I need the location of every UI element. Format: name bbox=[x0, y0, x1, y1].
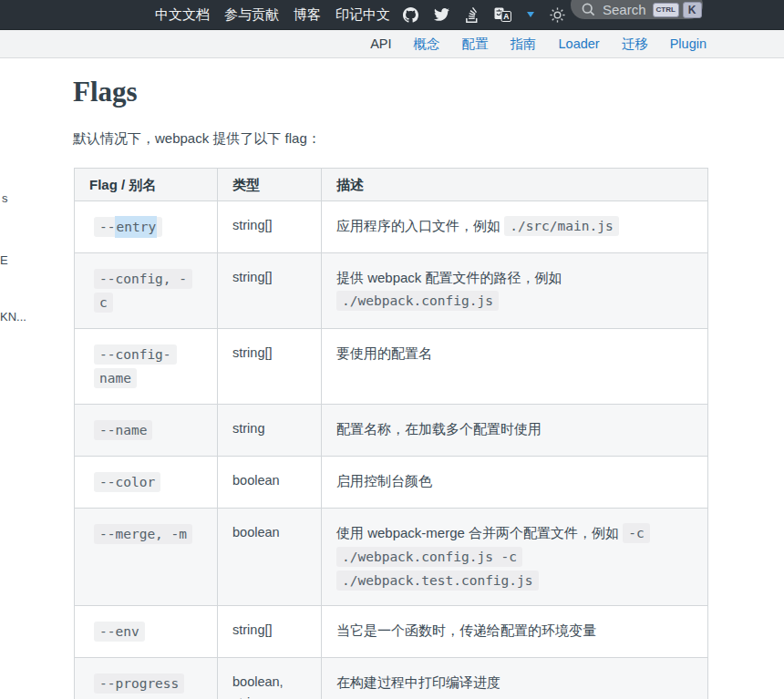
flag-text: --progress bbox=[99, 676, 179, 691]
shortcut-key: CTRL bbox=[653, 3, 679, 17]
shortcut-key: K bbox=[683, 2, 702, 18]
github-icon[interactable] bbox=[403, 7, 418, 23]
flag-code: --entry bbox=[94, 217, 162, 237]
subnav-link-迁移[interactable]: 迁移 bbox=[622, 36, 648, 53]
subnav-link-loader[interactable]: Loader bbox=[559, 36, 600, 51]
inline-code: -c ./webpack.config.js -c ./webpack.test… bbox=[336, 523, 650, 591]
navbar-icons: A bbox=[403, 7, 565, 23]
subnav-link-概念[interactable]: 概念 bbox=[414, 36, 440, 53]
flag-cell: --merge, -m bbox=[75, 508, 218, 605]
subnav-link-配置[interactable]: 配置 bbox=[462, 36, 489, 53]
table-header-1: 类型 bbox=[218, 168, 322, 200]
type-cell: boolean bbox=[218, 456, 322, 508]
subnav-link-plugin[interactable]: Plugin bbox=[670, 36, 707, 51]
sidebar-item-fragment[interactable]: E bbox=[0, 253, 8, 267]
description-cell: 使用 webpack-merge 合并两个配置文件，例如 -c ./webpac… bbox=[322, 508, 708, 605]
navbar-item[interactable]: 中文文档 bbox=[155, 6, 210, 24]
type-cell: string[] bbox=[218, 252, 322, 328]
flag-cell: --color bbox=[75, 456, 218, 508]
navbar-item[interactable]: 参与贡献 bbox=[224, 6, 279, 24]
flag-code: --progress bbox=[94, 673, 184, 694]
flag-code: --color bbox=[94, 472, 160, 492]
type-cell: string[] bbox=[218, 200, 322, 252]
table-row: --config-namestring[]要使用的配置名 bbox=[75, 328, 708, 404]
type-cell: string[] bbox=[218, 328, 322, 404]
sun-icon[interactable] bbox=[550, 7, 565, 23]
flag-cell: --entry bbox=[75, 200, 218, 252]
navbar-item[interactable]: 印记中文 bbox=[335, 6, 390, 24]
caret-down-icon[interactable] bbox=[527, 12, 534, 17]
description-cell: 提供 webpack 配置文件的路径，例如 ./webpack.config.j… bbox=[322, 252, 708, 328]
description-cell: 应用程序的入口文件，例如 ./src/main.js bbox=[322, 200, 708, 252]
intro-text: 默认情况下，webpack 提供了以下 flag： bbox=[73, 130, 707, 148]
navbar-item[interactable]: 博客 bbox=[294, 6, 321, 24]
type-cell: boolean, string bbox=[218, 657, 322, 699]
flag-cell: --progress bbox=[75, 657, 218, 699]
flag-cell: --env bbox=[75, 605, 218, 657]
navbar-menu: 中文文档参与贡献博客印记中文 bbox=[155, 6, 390, 24]
flag-text: -- bbox=[99, 220, 115, 234]
table-row: --envstring[]当它是一个函数时，传递给配置的环境变量 bbox=[75, 605, 708, 657]
twitter-icon[interactable] bbox=[434, 8, 449, 22]
page-title: Flags bbox=[73, 77, 707, 108]
translate-icon[interactable]: A bbox=[494, 7, 511, 22]
flag-text: --config, -c bbox=[99, 272, 187, 310]
flag-cell: --name bbox=[75, 404, 218, 456]
flag-code: --config, -c bbox=[94, 269, 192, 313]
type-cell: string bbox=[218, 404, 322, 456]
search-icon bbox=[581, 2, 596, 17]
main-content: Flags 默认情况下，webpack 提供了以下 flag： Flag / 别… bbox=[0, 58, 784, 699]
flag-text: --name bbox=[99, 423, 147, 437]
app: 中文文档参与贡献博客印记中文 A Search CTRLK API概念配置指南L… bbox=[0, 0, 784, 699]
flag-text: --env bbox=[99, 624, 139, 639]
table-row: --entrystring[]应用程序的入口文件，例如 ./src/main.j… bbox=[75, 200, 708, 252]
table-header-2: 描述 bbox=[322, 168, 708, 200]
search-placeholder: Search bbox=[603, 2, 646, 17]
description-cell: 启用控制台颜色 bbox=[322, 456, 708, 508]
svg-text:A: A bbox=[503, 12, 509, 21]
flag-code: --merge, -m bbox=[94, 524, 192, 544]
table-header-row: Flag / 别名类型描述 bbox=[75, 168, 708, 200]
search-shortcut-keys: CTRLK bbox=[653, 2, 702, 18]
table-row: --merge, -mboolean使用 webpack-merge 合并两个配… bbox=[75, 508, 708, 605]
stackoverflow-icon[interactable] bbox=[465, 7, 479, 23]
description-cell: 配置名称，在加载多个配置时使用 bbox=[322, 404, 708, 456]
flag-code: --env bbox=[94, 622, 145, 642]
type-cell: string[] bbox=[218, 605, 322, 657]
description-cell: 在构建过程中打印编译进度 bbox=[322, 657, 708, 699]
highlighted-text: entry bbox=[115, 216, 157, 238]
inline-code: ./webpack.config.js bbox=[336, 291, 499, 311]
flags-table: Flag / 别名类型描述 --entrystring[]应用程序的入口文件，例… bbox=[74, 168, 708, 699]
table-row: --namestring配置名称，在加载多个配置时使用 bbox=[75, 404, 708, 456]
table-row: --config, -cstring[]提供 webpack 配置文件的路径，例… bbox=[75, 252, 708, 328]
flag-text: --merge, -m bbox=[99, 527, 187, 541]
description-cell: 当它是一个函数时，传递给配置的环境变量 bbox=[322, 605, 708, 657]
subnav-link-指南[interactable]: 指南 bbox=[511, 36, 537, 53]
description-cell: 要使用的配置名 bbox=[322, 328, 708, 404]
sidebar-item-fragment[interactable]: s bbox=[2, 191, 8, 205]
flag-text: --config-name bbox=[99, 347, 171, 385]
table-header-0: Flag / 别名 bbox=[75, 168, 218, 200]
table-row: --progressboolean, string在构建过程中打印编译进度 bbox=[75, 657, 708, 699]
sidebar-item-fragment[interactable]: KN... bbox=[0, 310, 26, 324]
subnav-link-api[interactable]: API bbox=[370, 36, 391, 51]
flag-text: --color bbox=[99, 475, 155, 489]
table-row: --colorboolean启用控制台颜色 bbox=[75, 456, 708, 508]
search-box[interactable]: Search CTRLK bbox=[571, 0, 703, 19]
top-navbar: 中文文档参与贡献博客印记中文 A Search CTRLK bbox=[0, 0, 784, 30]
flag-cell: --config-name bbox=[75, 328, 218, 404]
section-nav: API概念配置指南Loader迁移Plugin bbox=[0, 30, 784, 58]
flag-code: --name bbox=[94, 420, 152, 440]
type-cell: boolean bbox=[218, 508, 322, 605]
flag-cell: --config, -c bbox=[75, 252, 218, 328]
inline-code: ./src/main.js bbox=[504, 216, 619, 236]
flag-code: --config-name bbox=[94, 344, 177, 388]
